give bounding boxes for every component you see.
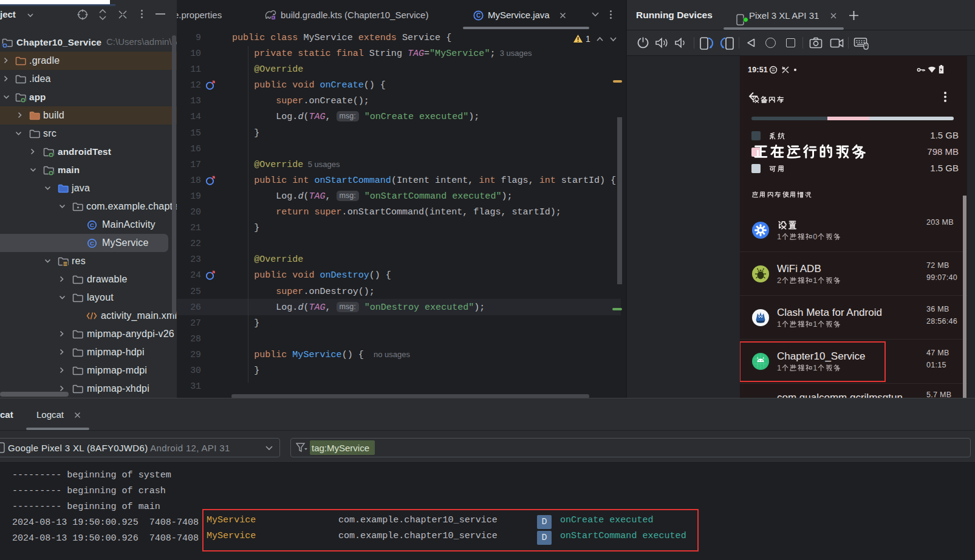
svg-text:C: C [476, 12, 481, 19]
svg-text:C: C [90, 240, 94, 247]
svg-text:K: K [272, 16, 275, 19]
svg-text:C: C [90, 222, 94, 228]
